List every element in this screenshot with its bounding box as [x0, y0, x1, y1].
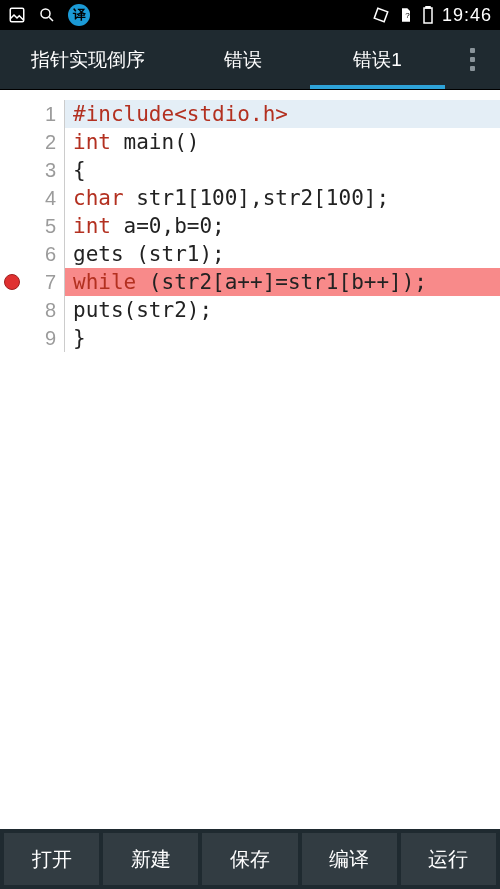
- svg-rect-5: [426, 6, 430, 8]
- code-line[interactable]: 8puts(str2);: [0, 296, 500, 324]
- code-content[interactable]: int a=0,b=0;: [65, 212, 500, 240]
- breakpoint-icon[interactable]: [4, 274, 20, 290]
- line-number: 3: [24, 156, 64, 184]
- token-kw: int: [73, 130, 111, 154]
- tab-label: 指针实现倒序: [31, 47, 145, 73]
- token-plain: str1[100],str2[100];: [124, 186, 390, 210]
- svg-rect-4: [424, 8, 432, 23]
- search-icon: [38, 6, 56, 24]
- menu-icon: [470, 48, 475, 71]
- save-button[interactable]: 保存: [202, 833, 297, 885]
- code-line[interactable]: 6gets (str1);: [0, 240, 500, 268]
- line-number: 2: [24, 128, 64, 156]
- svg-rect-0: [10, 8, 24, 22]
- tab-label: 错误1: [353, 47, 402, 73]
- breakpoint-gutter[interactable]: [0, 324, 24, 352]
- rotate-icon: [372, 6, 390, 24]
- tab-error[interactable]: 错误: [175, 30, 310, 89]
- token-plain: {: [73, 158, 86, 182]
- svg-point-1: [41, 9, 50, 18]
- clock-text: 19:46: [442, 5, 492, 26]
- code-content[interactable]: gets (str1);: [65, 240, 500, 268]
- tab-bar: 指针实现倒序 错误 错误1: [0, 30, 500, 90]
- code-line[interactable]: 2int main(): [0, 128, 500, 156]
- token-plain: (str2[a++]=str1[b++]);: [136, 270, 427, 294]
- code-content[interactable]: puts(str2);: [65, 296, 500, 324]
- token-plain: gets (str1);: [73, 242, 225, 266]
- code-content[interactable]: int main(): [65, 128, 500, 156]
- token-kw: char: [73, 186, 124, 210]
- breakpoint-gutter[interactable]: [0, 296, 24, 324]
- code-line[interactable]: 5int a=0,b=0;: [0, 212, 500, 240]
- translate-icon: 译: [68, 4, 90, 26]
- image-icon: [8, 6, 26, 24]
- breakpoint-gutter[interactable]: [0, 240, 24, 268]
- status-left: 译: [8, 4, 90, 26]
- token-kw: while: [73, 270, 136, 294]
- code-content[interactable]: while (str2[a++]=str1[b++]);: [65, 268, 500, 296]
- code-editor[interactable]: 1#include<stdio.h>2int main()3{4char str…: [0, 90, 500, 829]
- code-line[interactable]: 4char str1[100],str2[100];: [0, 184, 500, 212]
- code-line[interactable]: 3{: [0, 156, 500, 184]
- svg-rect-2: [374, 8, 387, 21]
- code-line[interactable]: 1#include<stdio.h>: [0, 100, 500, 128]
- battery-icon: [422, 6, 434, 24]
- overflow-menu-button[interactable]: [445, 30, 500, 89]
- status-right: ? 19:46: [372, 5, 492, 26]
- code-content[interactable]: char str1[100],str2[100];: [65, 184, 500, 212]
- line-number: 8: [24, 296, 64, 324]
- compile-button[interactable]: 编译: [302, 833, 397, 885]
- open-button[interactable]: 打开: [4, 833, 99, 885]
- token-plain: main(): [111, 130, 200, 154]
- line-number: 1: [24, 100, 64, 128]
- run-button[interactable]: 运行: [401, 833, 496, 885]
- line-number: 4: [24, 184, 64, 212]
- sim-icon: ?: [398, 6, 414, 24]
- token-pre: #include<stdio.h>: [73, 102, 288, 126]
- breakpoint-gutter[interactable]: [0, 212, 24, 240]
- breakpoint-gutter[interactable]: [0, 100, 24, 128]
- token-plain: a=0,b=0;: [111, 214, 225, 238]
- token-plain: puts(str2);: [73, 298, 212, 322]
- breakpoint-gutter[interactable]: [0, 268, 24, 296]
- token-plain: }: [73, 326, 86, 350]
- tab-error1[interactable]: 错误1: [310, 30, 445, 89]
- status-bar: 译 ? 19:46: [0, 0, 500, 30]
- code-lines: 1#include<stdio.h>2int main()3{4char str…: [0, 90, 500, 352]
- tab-label: 错误: [224, 47, 262, 73]
- tab-pointer-reverse[interactable]: 指针实现倒序: [0, 30, 175, 89]
- breakpoint-gutter[interactable]: [0, 156, 24, 184]
- breakpoint-gutter[interactable]: [0, 128, 24, 156]
- line-number: 7: [24, 268, 64, 296]
- code-content[interactable]: }: [65, 324, 500, 352]
- line-number: 6: [24, 240, 64, 268]
- code-line[interactable]: 7while (str2[a++]=str1[b++]);: [0, 268, 500, 296]
- token-kw: int: [73, 214, 111, 238]
- line-number: 5: [24, 212, 64, 240]
- svg-text:?: ?: [405, 11, 410, 20]
- bottom-toolbar: 打开 新建 保存 编译 运行: [0, 829, 500, 889]
- line-number: 9: [24, 324, 64, 352]
- code-line[interactable]: 9}: [0, 324, 500, 352]
- breakpoint-gutter[interactable]: [0, 184, 24, 212]
- code-content[interactable]: {: [65, 156, 500, 184]
- code-content[interactable]: #include<stdio.h>: [65, 100, 500, 128]
- new-button[interactable]: 新建: [103, 833, 198, 885]
